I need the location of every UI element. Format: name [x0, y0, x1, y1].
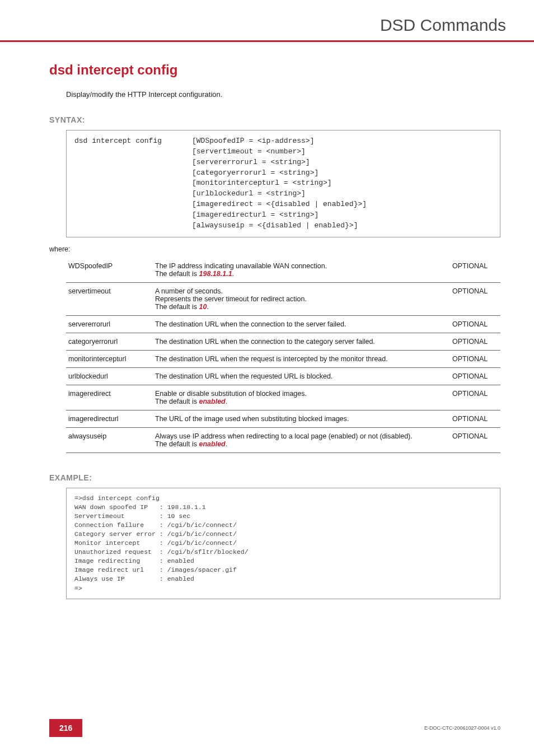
param-optional: OPTIONAL [450, 427, 500, 452]
param-name: imageredirect [66, 385, 153, 410]
param-description: The IP address indicating unavailable WA… [153, 258, 450, 283]
param-row: servertimeoutA number of seconds.Represe… [66, 282, 500, 315]
param-row: WDSpoofedIPThe IP address indicating una… [66, 258, 500, 283]
param-description: Enable or disable substitution of blocke… [153, 385, 450, 410]
param-row: imageredirectEnable or disable substitut… [66, 385, 500, 410]
param-row: servererrorurlThe destination URL when t… [66, 315, 500, 333]
param-description: The destination URL when the requested U… [153, 367, 450, 385]
param-default: enabled [199, 398, 226, 405]
param-name: servererrorurl [66, 315, 153, 333]
param-optional: OPTIONAL [450, 410, 500, 427]
param-default: enabled [199, 440, 226, 448]
syntax-box: dsd intercept config [WDSpoofedIP = <ip-… [66, 130, 500, 237]
param-default: 198.18.1.1 [199, 270, 232, 278]
command-intro: Display/modify the HTTP Intercept config… [66, 90, 500, 99]
param-optional: OPTIONAL [450, 258, 500, 283]
param-description: A number of seconds.Represents the serve… [153, 282, 450, 315]
syntax-command: dsd intercept config [74, 136, 192, 231]
where-label: where: [49, 245, 500, 253]
param-row: monitorintercepturlThe destination URL w… [66, 350, 500, 367]
header-title: DSD Commands [0, 16, 506, 35]
example-box: =>dsd intercept config WAN down spoofed … [66, 488, 500, 599]
syntax-args: [WDSpoofedIP = <ip-address>] [servertime… [192, 136, 492, 231]
param-default: 10 [199, 303, 207, 311]
syntax-label: SYNTAX: [49, 115, 500, 124]
page-header: DSD Commands [0, 0, 534, 42]
param-row: urlblockedurlThe destination URL when th… [66, 367, 500, 385]
param-description: The destination URL when the connection … [153, 333, 450, 350]
param-optional: OPTIONAL [450, 385, 500, 410]
command-title: dsd intercept config [49, 62, 500, 78]
param-row: categoryerrorurlThe destination URL when… [66, 333, 500, 350]
param-optional: OPTIONAL [450, 282, 500, 315]
param-name: urlblockedurl [66, 367, 153, 385]
param-description: Always use IP address when redirecting t… [153, 427, 450, 452]
doc-id: E-DOC-CTC-20061027-0004 v1.0 [424, 725, 500, 731]
page-number: 216 [49, 719, 82, 737]
param-name: WDSpoofedIP [66, 258, 153, 283]
param-name: monitorintercepturl [66, 350, 153, 367]
param-row: imageredirecturlThe URL of the image use… [66, 410, 500, 427]
page-content: dsd intercept config Display/modify the … [0, 42, 534, 599]
param-name: servertimeout [66, 282, 153, 315]
param-name: alwaysuseip [66, 427, 153, 452]
param-optional: OPTIONAL [450, 333, 500, 350]
param-description: The URL of the image used when substitut… [153, 410, 450, 427]
param-row: alwaysuseipAlways use IP address when re… [66, 427, 500, 452]
param-optional: OPTIONAL [450, 315, 500, 333]
param-name: categoryerrorurl [66, 333, 153, 350]
param-description: The destination URL when the request is … [153, 350, 450, 367]
param-optional: OPTIONAL [450, 367, 500, 385]
param-optional: OPTIONAL [450, 350, 500, 367]
param-description: The destination URL when the connection … [153, 315, 450, 333]
param-name: imageredirecturl [66, 410, 153, 427]
parameter-table: WDSpoofedIPThe IP address indicating una… [66, 258, 500, 453]
page-footer: 216 E-DOC-CTC-20061027-0004 v1.0 [0, 719, 534, 737]
example-label: EXAMPLE: [49, 473, 500, 482]
